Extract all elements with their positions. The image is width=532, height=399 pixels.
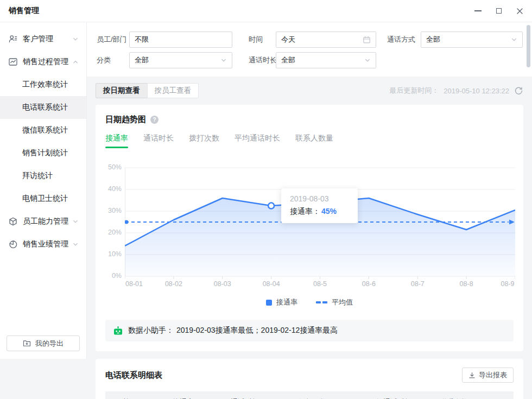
minimize-button[interactable] (474, 7, 482, 15)
filter-label-call-duration: 通话时长 (249, 55, 276, 65)
call-type-value: 全部 (426, 35, 511, 45)
trend-icon (8, 57, 18, 67)
sidebar-item-sales-process-mgmt[interactable]: 销售过程管理 (0, 50, 86, 73)
vertical-scrollbar[interactable] (527, 25, 530, 67)
close-icon (516, 8, 523, 15)
my-export-label: 我的导出 (35, 339, 64, 349)
filter-bar: 员工/部门 不限 时间 今天 通话方式 全部 分类 全部 (87, 22, 532, 77)
folder-export-icon (23, 339, 31, 347)
calendar-icon (363, 36, 371, 44)
my-export-button[interactable]: 我的导出 (7, 335, 80, 351)
detail-card-title: 电话联系明细表 (105, 370, 162, 381)
refresh-icon[interactable] (514, 86, 523, 96)
data-assistant-bar: 数据小助手：2019-02-03接通率最低；2019-02-12接通率最高 (105, 320, 514, 341)
chevron-down-icon (364, 57, 371, 64)
sidebar-item-label: 员工能力管理 (23, 217, 72, 226)
y-axis-tick: 10% (102, 250, 122, 258)
trend-chart-card: 日期趋势图 ? 接通率 通话时长 拨打次数 平均通话时长 联系人数量 (96, 105, 523, 351)
filter-label-category: 分类 (97, 55, 129, 65)
view-by-date-button[interactable]: 按日期查看 (96, 83, 148, 98)
cube-icon (8, 217, 18, 226)
toolbar: 按日期查看 按员工查看 最后更新时间： 2019-05-10 12:23:22 (96, 83, 523, 98)
view-by-employee-button[interactable]: 按员工查看 (147, 83, 199, 98)
category-value: 全部 (135, 55, 220, 65)
highlighted-point-marker[interactable] (268, 203, 274, 209)
last-update-label: 最后更新时间： (389, 86, 439, 96)
x-axis-tick: 08-7 (401, 280, 434, 288)
filter-label-time: 时间 (249, 35, 276, 45)
call-type-select[interactable]: 全部 (421, 31, 523, 48)
sidebar-item-customer-mgmt[interactable]: 客户管理 (0, 28, 86, 50)
x-axis-tick: 08-01 (117, 280, 151, 288)
maximize-icon (496, 8, 502, 14)
metric-tabs: 接通率 通话时长 拨打次数 平均通话时长 联系人数量 (96, 125, 523, 148)
call-duration-select[interactable]: 全部 (276, 52, 376, 68)
sidebar-item-phone-contact-stats[interactable]: 电话联系统计 (0, 96, 86, 119)
x-axis-tick: 08-03 (206, 280, 239, 288)
app-title: 销售管理 (9, 6, 39, 16)
chevron-down-icon (72, 241, 79, 248)
chart-legend: 接通率 平均值 (96, 297, 523, 308)
y-axis-tick: 30% (102, 207, 122, 214)
download-icon (468, 372, 476, 379)
y-axis-tick: 40% (102, 185, 122, 193)
sidebar-item-employee-ability-mgmt[interactable]: 员工能力管理 (0, 210, 86, 233)
window-controls (474, 7, 523, 15)
legend-average[interactable]: 平均值 (316, 297, 353, 307)
sidebar-item-label: 销售过程管理 (23, 57, 72, 67)
help-icon[interactable]: ? (150, 116, 159, 124)
filter-label-call-type: 通话方式 (387, 35, 421, 45)
titlebar: 销售管理 (0, 0, 532, 22)
chevron-down-icon (72, 218, 79, 225)
sidebar-item-telemarketing-guard-stats[interactable]: 电销卫士统计 (0, 187, 86, 210)
last-update-time: 2019-05-10 12:23:22 (444, 87, 509, 95)
chevron-down-icon (511, 36, 517, 43)
chevron-up-icon (72, 59, 79, 65)
chevron-down-icon (72, 36, 79, 42)
y-axis-tick: 0% (102, 272, 122, 280)
pie-icon (8, 239, 18, 249)
minimize-icon (474, 10, 482, 11)
x-axis-tick: 08-8 (449, 280, 483, 288)
tab-avg-call-duration[interactable]: 平均通话时长 (235, 134, 280, 148)
legend-dashed-swatch (316, 301, 327, 304)
sidebar-item-label: 客户管理 (23, 34, 72, 44)
tab-connect-rate[interactable]: 接通率 (105, 134, 128, 148)
tab-dial-count[interactable]: 拨打次数 (189, 134, 219, 148)
category-select[interactable]: 全部 (129, 52, 232, 68)
y-axis-tick: 20% (102, 229, 122, 236)
tooltip-value: 45% (321, 207, 337, 216)
time-filter-value: 今天 (281, 35, 363, 45)
x-axis-tick: 08-9 (491, 280, 524, 288)
employee-filter-input[interactable]: 不限 (129, 31, 232, 48)
average-line-start-dot (125, 220, 129, 224)
legend-connect-rate[interactable]: 接通率 (266, 297, 297, 307)
sidebar-item-sales-performance-mgmt[interactable]: 销售业绩管理 (0, 233, 86, 256)
call-duration-value: 全部 (281, 55, 364, 65)
sidebar-item-sales-plan-stats[interactable]: 销售计划统计 (0, 142, 86, 164)
user-icon (8, 34, 18, 44)
x-axis-tick: 08-02 (157, 280, 191, 288)
employee-filter-value: 不限 (135, 35, 227, 45)
sidebar: 客户管理 销售过程管理 工作效率统计 电话联系统计 微信联系统计 销售计划统计 … (0, 22, 87, 359)
assistant-text: 2019-02-03接通率最低；2019-02-12接通率最高 (176, 326, 338, 335)
tooltip-metric-label: 接通率： (290, 207, 320, 216)
sidebar-item-work-efficiency-stats[interactable]: 工作效率统计 (0, 73, 86, 96)
trend-card-title: 日期趋势图 (105, 115, 146, 125)
tab-contact-count[interactable]: 联系人数量 (295, 134, 333, 148)
time-filter-input[interactable]: 今天 (276, 31, 376, 48)
view-toggle: 按日期查看 按员工查看 (96, 83, 199, 98)
chevron-down-icon (220, 57, 227, 64)
sidebar-item-visit-stats[interactable]: 拜访统计 (0, 164, 86, 187)
chart-tooltip: 2019-08-03 接通率：45% (281, 188, 358, 223)
sidebar-item-wechat-contact-stats[interactable]: 微信联系统计 (0, 119, 86, 142)
assistant-label: 数据小助手： (128, 326, 174, 335)
x-axis-tick: 08-04 (255, 280, 288, 288)
detail-table-card: 电话联系明细表 导出报表 时间 接通率 (96, 359, 523, 399)
tooltip-date: 2019-08-03 (290, 194, 349, 203)
export-report-button[interactable]: 导出报表 (462, 368, 514, 383)
close-button[interactable] (516, 7, 523, 15)
tab-call-duration[interactable]: 通话时长 (143, 134, 174, 148)
y-axis-tick: 50% (102, 163, 122, 171)
maximize-button[interactable] (496, 7, 502, 15)
